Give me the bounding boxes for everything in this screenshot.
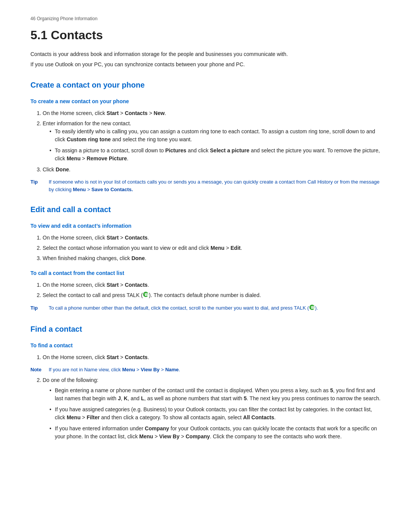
- tip-label-1: Tip: [30, 178, 45, 193]
- view-edit-steps-list: On the Home screen, click Start > Contac…: [43, 234, 381, 262]
- tip-text-1: If someone who is not in your list of co…: [49, 178, 381, 193]
- find-step-2: Do one of the following: Begin entering …: [43, 376, 381, 441]
- create-step-2-bullets: To easily identify who is calling you, y…: [55, 128, 381, 163]
- tip-label-2: Tip: [30, 304, 45, 313]
- intro-paragraph-2: If you use Outlook on your PC, you can s…: [30, 61, 381, 69]
- phone-icon-1: ☎: [143, 291, 149, 300]
- create-step-3: Click Done.: [43, 166, 381, 174]
- note-label: Note: [30, 366, 45, 374]
- create-step-2: Enter information for the new contact. T…: [43, 120, 381, 163]
- find-step-1: On the Home screen, click Start > Contac…: [43, 353, 381, 361]
- note-text: If you are not in Name view, click Menu …: [49, 366, 180, 374]
- subsection-heading-create-new: To create a new contact on your phone: [30, 97, 381, 105]
- page-title: 5.1 Contacts: [30, 26, 381, 44]
- svg-text:☎: ☎: [311, 305, 315, 310]
- svg-text:☎: ☎: [144, 292, 149, 297]
- phone-icon-2: ☎: [309, 304, 315, 313]
- find-note: Note If you are not in Name view, click …: [30, 366, 381, 374]
- section-find-contact: Find a contact To find a contact On the …: [30, 323, 381, 441]
- view-edit-step-1: On the Home screen, click Start > Contac…: [43, 234, 381, 242]
- create-tip: Tip If someone who is not in your list o…: [30, 178, 381, 193]
- section-heading-create: Create a contact on your phone: [30, 79, 381, 91]
- find-bullet-company: If you have entered information under Co…: [55, 425, 381, 441]
- section-create-contact: Create a contact on your phone To create…: [30, 79, 381, 193]
- call-tip: Tip To call a phone number other than th…: [30, 304, 381, 313]
- find-steps-list: On the Home screen, click Start > Contac…: [43, 353, 381, 361]
- create-steps-list: On the Home screen, click Start > Contac…: [43, 109, 381, 174]
- create-step-1: On the Home screen, click Start > Contac…: [43, 109, 381, 117]
- find-bullet-categories: If you have assigned categories (e.g. Bu…: [55, 406, 381, 422]
- page-label: 46 Organizing Phone Information: [30, 15, 381, 22]
- section-heading-edit-call: Edit and call a contact: [30, 204, 381, 215]
- find-steps-list-2: Do one of the following: Begin entering …: [43, 376, 381, 441]
- view-edit-step-2: Select the contact whose information you…: [43, 244, 381, 252]
- tip-text-2: To call a phone number other than the de…: [49, 304, 318, 313]
- call-step-2: Select the contact to call and press TAL…: [43, 291, 381, 300]
- subsection-heading-find: To find a contact: [30, 342, 381, 350]
- section-edit-call: Edit and call a contact To view and edit…: [30, 204, 381, 313]
- subsection-heading-call-contact: To call a contact from the contact list: [30, 269, 381, 277]
- create-bullet-ringtone: To easily identify who is calling you, y…: [55, 128, 381, 144]
- find-step-2-bullets: Begin entering a name or phone number of…: [55, 387, 381, 441]
- subsection-heading-view-edit: To view and edit a contact’s information: [30, 222, 381, 230]
- call-steps-list: On the Home screen, click Start > Contac…: [43, 281, 381, 300]
- call-step-1: On the Home screen, click Start > Contac…: [43, 281, 381, 289]
- intro-paragraph-1: Contacts is your address book and inform…: [30, 50, 381, 58]
- find-bullet-name-search: Begin entering a name or phone number of…: [55, 387, 381, 403]
- view-edit-step-3: When finished making changes, click Done…: [43, 254, 381, 262]
- create-bullet-picture: To assign a picture to a contact, scroll…: [55, 147, 381, 163]
- section-heading-find: Find a contact: [30, 323, 381, 335]
